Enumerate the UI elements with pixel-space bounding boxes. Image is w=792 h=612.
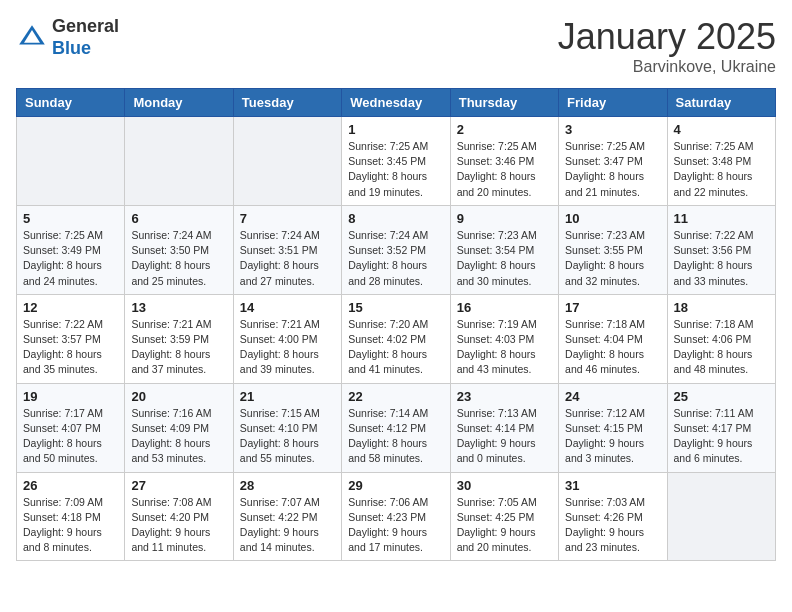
calendar-day-cell: 4Sunrise: 7:25 AM Sunset: 3:48 PM Daylig… [667, 117, 775, 206]
calendar-day-cell: 13Sunrise: 7:21 AM Sunset: 3:59 PM Dayli… [125, 294, 233, 383]
calendar-day-cell: 7Sunrise: 7:24 AM Sunset: 3:51 PM Daylig… [233, 205, 341, 294]
day-info: Sunrise: 7:25 AM Sunset: 3:48 PM Dayligh… [674, 139, 769, 200]
day-number: 2 [457, 122, 552, 137]
calendar-day-cell: 25Sunrise: 7:11 AM Sunset: 4:17 PM Dayli… [667, 383, 775, 472]
calendar-day-cell: 30Sunrise: 7:05 AM Sunset: 4:25 PM Dayli… [450, 472, 558, 561]
day-number: 1 [348, 122, 443, 137]
calendar-day-cell: 2Sunrise: 7:25 AM Sunset: 3:46 PM Daylig… [450, 117, 558, 206]
calendar-day-cell [17, 117, 125, 206]
day-info: Sunrise: 7:19 AM Sunset: 4:03 PM Dayligh… [457, 317, 552, 378]
calendar-day-cell: 14Sunrise: 7:21 AM Sunset: 4:00 PM Dayli… [233, 294, 341, 383]
day-info: Sunrise: 7:25 AM Sunset: 3:49 PM Dayligh… [23, 228, 118, 289]
calendar-day-cell: 6Sunrise: 7:24 AM Sunset: 3:50 PM Daylig… [125, 205, 233, 294]
day-info: Sunrise: 7:25 AM Sunset: 3:46 PM Dayligh… [457, 139, 552, 200]
day-number: 18 [674, 300, 769, 315]
calendar-day-cell: 23Sunrise: 7:13 AM Sunset: 4:14 PM Dayli… [450, 383, 558, 472]
calendar-day-cell: 11Sunrise: 7:22 AM Sunset: 3:56 PM Dayli… [667, 205, 775, 294]
calendar-day-cell: 17Sunrise: 7:18 AM Sunset: 4:04 PM Dayli… [559, 294, 667, 383]
day-info: Sunrise: 7:09 AM Sunset: 4:18 PM Dayligh… [23, 495, 118, 556]
calendar-day-header: Tuesday [233, 89, 341, 117]
day-info: Sunrise: 7:25 AM Sunset: 3:45 PM Dayligh… [348, 139, 443, 200]
day-number: 7 [240, 211, 335, 226]
calendar-week-row: 1Sunrise: 7:25 AM Sunset: 3:45 PM Daylig… [17, 117, 776, 206]
day-number: 15 [348, 300, 443, 315]
day-info: Sunrise: 7:21 AM Sunset: 3:59 PM Dayligh… [131, 317, 226, 378]
day-info: Sunrise: 7:23 AM Sunset: 3:54 PM Dayligh… [457, 228, 552, 289]
logo-icon [16, 22, 48, 54]
calendar-day-cell: 28Sunrise: 7:07 AM Sunset: 4:22 PM Dayli… [233, 472, 341, 561]
calendar-day-cell: 19Sunrise: 7:17 AM Sunset: 4:07 PM Dayli… [17, 383, 125, 472]
title-area: January 2025 Barvinkove, Ukraine [558, 16, 776, 76]
calendar-day-cell: 10Sunrise: 7:23 AM Sunset: 3:55 PM Dayli… [559, 205, 667, 294]
day-info: Sunrise: 7:23 AM Sunset: 3:55 PM Dayligh… [565, 228, 660, 289]
logo-general-text: General [52, 16, 119, 38]
calendar-day-cell: 20Sunrise: 7:16 AM Sunset: 4:09 PM Dayli… [125, 383, 233, 472]
day-info: Sunrise: 7:18 AM Sunset: 4:06 PM Dayligh… [674, 317, 769, 378]
calendar-day-cell: 16Sunrise: 7:19 AM Sunset: 4:03 PM Dayli… [450, 294, 558, 383]
day-number: 25 [674, 389, 769, 404]
day-number: 19 [23, 389, 118, 404]
calendar-day-cell: 3Sunrise: 7:25 AM Sunset: 3:47 PM Daylig… [559, 117, 667, 206]
calendar-day-cell [667, 472, 775, 561]
calendar-day-header: Sunday [17, 89, 125, 117]
day-number: 14 [240, 300, 335, 315]
day-number: 17 [565, 300, 660, 315]
day-number: 23 [457, 389, 552, 404]
day-number: 4 [674, 122, 769, 137]
calendar-day-cell: 15Sunrise: 7:20 AM Sunset: 4:02 PM Dayli… [342, 294, 450, 383]
day-number: 16 [457, 300, 552, 315]
day-info: Sunrise: 7:15 AM Sunset: 4:10 PM Dayligh… [240, 406, 335, 467]
calendar-day-header: Saturday [667, 89, 775, 117]
day-info: Sunrise: 7:08 AM Sunset: 4:20 PM Dayligh… [131, 495, 226, 556]
day-number: 8 [348, 211, 443, 226]
calendar-day-cell: 21Sunrise: 7:15 AM Sunset: 4:10 PM Dayli… [233, 383, 341, 472]
day-info: Sunrise: 7:03 AM Sunset: 4:26 PM Dayligh… [565, 495, 660, 556]
day-number: 24 [565, 389, 660, 404]
day-info: Sunrise: 7:16 AM Sunset: 4:09 PM Dayligh… [131, 406, 226, 467]
day-info: Sunrise: 7:17 AM Sunset: 4:07 PM Dayligh… [23, 406, 118, 467]
day-number: 27 [131, 478, 226, 493]
day-info: Sunrise: 7:24 AM Sunset: 3:52 PM Dayligh… [348, 228, 443, 289]
day-info: Sunrise: 7:18 AM Sunset: 4:04 PM Dayligh… [565, 317, 660, 378]
month-title: January 2025 [558, 16, 776, 58]
day-number: 30 [457, 478, 552, 493]
calendar-week-row: 12Sunrise: 7:22 AM Sunset: 3:57 PM Dayli… [17, 294, 776, 383]
day-info: Sunrise: 7:25 AM Sunset: 3:47 PM Dayligh… [565, 139, 660, 200]
calendar-day-cell: 5Sunrise: 7:25 AM Sunset: 3:49 PM Daylig… [17, 205, 125, 294]
day-number: 5 [23, 211, 118, 226]
day-info: Sunrise: 7:22 AM Sunset: 3:56 PM Dayligh… [674, 228, 769, 289]
calendar-week-row: 5Sunrise: 7:25 AM Sunset: 3:49 PM Daylig… [17, 205, 776, 294]
day-number: 26 [23, 478, 118, 493]
logo-text: General Blue [52, 16, 119, 59]
day-info: Sunrise: 7:21 AM Sunset: 4:00 PM Dayligh… [240, 317, 335, 378]
day-info: Sunrise: 7:13 AM Sunset: 4:14 PM Dayligh… [457, 406, 552, 467]
day-number: 20 [131, 389, 226, 404]
day-number: 21 [240, 389, 335, 404]
day-info: Sunrise: 7:12 AM Sunset: 4:15 PM Dayligh… [565, 406, 660, 467]
calendar-week-row: 19Sunrise: 7:17 AM Sunset: 4:07 PM Dayli… [17, 383, 776, 472]
calendar-day-header: Wednesday [342, 89, 450, 117]
day-info: Sunrise: 7:24 AM Sunset: 3:51 PM Dayligh… [240, 228, 335, 289]
day-info: Sunrise: 7:06 AM Sunset: 4:23 PM Dayligh… [348, 495, 443, 556]
calendar-day-cell: 8Sunrise: 7:24 AM Sunset: 3:52 PM Daylig… [342, 205, 450, 294]
calendar-week-row: 26Sunrise: 7:09 AM Sunset: 4:18 PM Dayli… [17, 472, 776, 561]
calendar-day-cell: 24Sunrise: 7:12 AM Sunset: 4:15 PM Dayli… [559, 383, 667, 472]
day-number: 3 [565, 122, 660, 137]
day-number: 10 [565, 211, 660, 226]
location: Barvinkove, Ukraine [558, 58, 776, 76]
day-number: 29 [348, 478, 443, 493]
logo-blue-text: Blue [52, 38, 119, 60]
calendar-day-cell: 27Sunrise: 7:08 AM Sunset: 4:20 PM Dayli… [125, 472, 233, 561]
calendar-day-cell: 1Sunrise: 7:25 AM Sunset: 3:45 PM Daylig… [342, 117, 450, 206]
calendar-day-cell: 12Sunrise: 7:22 AM Sunset: 3:57 PM Dayli… [17, 294, 125, 383]
day-info: Sunrise: 7:14 AM Sunset: 4:12 PM Dayligh… [348, 406, 443, 467]
day-info: Sunrise: 7:05 AM Sunset: 4:25 PM Dayligh… [457, 495, 552, 556]
calendar-day-cell: 26Sunrise: 7:09 AM Sunset: 4:18 PM Dayli… [17, 472, 125, 561]
day-number: 9 [457, 211, 552, 226]
calendar-day-cell: 22Sunrise: 7:14 AM Sunset: 4:12 PM Dayli… [342, 383, 450, 472]
day-info: Sunrise: 7:24 AM Sunset: 3:50 PM Dayligh… [131, 228, 226, 289]
calendar-day-header: Thursday [450, 89, 558, 117]
day-number: 11 [674, 211, 769, 226]
calendar-day-cell: 29Sunrise: 7:06 AM Sunset: 4:23 PM Dayli… [342, 472, 450, 561]
day-number: 22 [348, 389, 443, 404]
